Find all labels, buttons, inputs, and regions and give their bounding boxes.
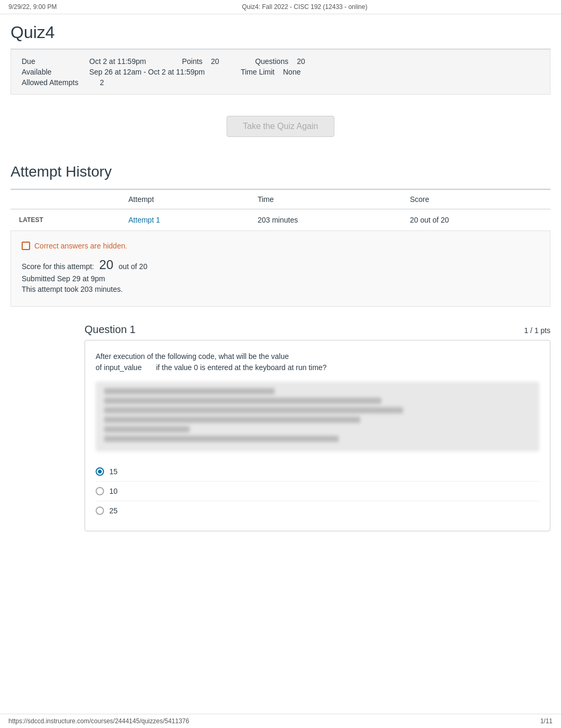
answer-option-2[interactable]: 10	[96, 482, 539, 501]
notice-text: Correct answers are hidden.	[34, 242, 127, 250]
take-quiz-button[interactable]: Take the Quiz Again	[227, 116, 334, 137]
due-value: Oct 2 at 11:59pm	[89, 57, 146, 66]
col-header-time: Time	[249, 189, 401, 209]
points-label: Points	[182, 57, 202, 66]
quiz-meta: Due Oct 2 at 11:59pm Points 20 Questions…	[11, 49, 550, 95]
code-block	[96, 382, 539, 451]
answer-option-1[interactable]: 15	[96, 462, 539, 482]
score-prefix: Score for this attempt:	[22, 262, 94, 271]
question-text-line3: if the value 0 is entered at the keyboar…	[156, 363, 326, 372]
attempt-link[interactable]: Attempt 1	[128, 216, 160, 224]
allowed-attempts-label: Allowed Attempts	[22, 78, 96, 87]
available-value: Sep 26 at 12am - Oct 2 at 11:59pm	[89, 68, 205, 76]
due-label: Due	[22, 57, 85, 66]
time-limit-value: None	[283, 68, 301, 76]
col-header-attempt: Attempt	[120, 189, 249, 209]
col-header-label	[11, 189, 120, 209]
available-label: Available	[22, 68, 85, 76]
top-bar-title: Quiz4: Fall 2022 - CISC 192 (12433 - onl…	[242, 3, 367, 11]
take-quiz-area: Take the Quiz Again	[11, 95, 550, 158]
notice-icon	[22, 242, 30, 250]
submitted-line: Submitted Sep 29 at 9pm	[22, 274, 539, 283]
radio-10[interactable]	[96, 487, 104, 495]
allowed-attempts-value: 2	[100, 78, 104, 87]
score-suffix: out of 20	[118, 262, 147, 271]
question-text-line2: of input_value	[96, 363, 142, 372]
attempt-history-title: Attempt History	[11, 158, 550, 189]
page-wrapper: Quiz4 Due Oct 2 at 11:59pm Points 20 Que…	[0, 14, 561, 552]
attempt-link-cell: Attempt 1	[120, 209, 249, 231]
quiz-title: Quiz4	[11, 14, 550, 49]
top-bar: 9/29/22, 9:00 PM Quiz4: Fall 2022 - CISC…	[0, 0, 561, 14]
question-title: Question 1	[85, 324, 136, 336]
radio-25[interactable]	[96, 506, 104, 515]
option-label-3: 25	[109, 506, 118, 515]
attempt-time: 203 minutes	[249, 209, 401, 231]
top-bar-date: 9/29/22, 9:00 PM	[8, 3, 57, 11]
points-value: 20	[211, 57, 219, 66]
duration-line: This attempt took 203 minutes.	[22, 285, 539, 293]
questions-label: Questions	[255, 57, 288, 66]
radio-15[interactable]	[96, 467, 104, 476]
correct-answers-notice: Correct answers are hidden.	[22, 242, 539, 250]
option-label-1: 15	[109, 467, 118, 476]
table-row: LATEST Attempt 1 203 minutes 20 out of 2…	[11, 209, 550, 231]
time-limit-label: Time Limit	[241, 68, 275, 76]
question-section: Question 1 1 / 1 pts After execution of …	[11, 317, 550, 531]
question-pts: 1 / 1 pts	[524, 326, 550, 335]
question-text-line1: After execution of the following code, w…	[96, 352, 289, 361]
questions-value: 20	[297, 57, 305, 66]
attempt-score: 20 out of 20	[401, 209, 550, 231]
score-line: Score for this attempt: 20 out of 20	[22, 257, 539, 272]
attempt-label: LATEST	[11, 209, 120, 231]
option-label-2: 10	[109, 487, 118, 495]
question-text: After execution of the following code, w…	[96, 351, 539, 373]
question-header: Question 1 1 / 1 pts	[11, 317, 550, 340]
score-number: 20	[99, 257, 114, 272]
attempt-history-table: Attempt Time Score LATEST Attempt 1 203 …	[11, 189, 550, 231]
answer-option-3[interactable]: 25	[96, 501, 539, 520]
question-box: After execution of the following code, w…	[85, 340, 550, 531]
col-header-score: Score	[401, 189, 550, 209]
score-summary: Correct answers are hidden. Score for th…	[11, 231, 550, 307]
